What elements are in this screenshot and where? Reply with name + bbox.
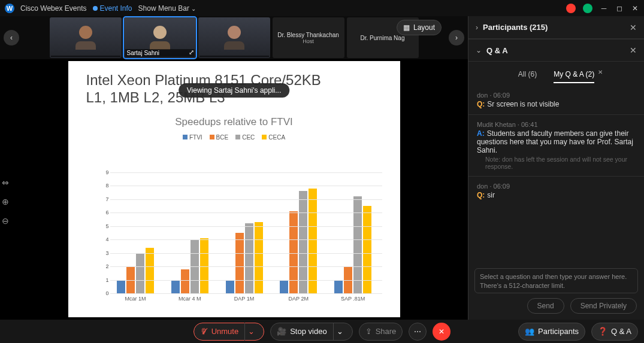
thumbnails-prev-button[interactable]: ‹ [4, 30, 19, 45]
qa-body: All (6) My Q & A (2)✕ don · 06:09Q:Sr sc… [468, 62, 644, 265]
webex-logo-icon: W [5, 4, 14, 13]
meeting-stage: ‹ Sartaj Sahni ⤢ Dr. Blessy Thankachan [0, 16, 468, 320]
bar [226, 280, 234, 293]
zoom-out-icon[interactable]: ⊖ [2, 216, 9, 226]
layout-label: Layout [413, 23, 435, 32]
thumb-1-name [51, 56, 120, 57]
qa-tab-all[interactable]: All (6) [518, 70, 537, 83]
participants-label: Participants [538, 327, 579, 336]
chart-area: 0123456789 Mcar 1MMcar 4 MDAP 1MDAP 2MSA… [110, 172, 382, 293]
app-name: Cisco Webex Events [20, 4, 87, 13]
thumb-5-name: Dr. Purnima Nag [361, 35, 405, 41]
bar [235, 233, 244, 293]
stop-video-button[interactable]: 🎥 Stop video ⌄ [270, 323, 352, 341]
video-thumb-4[interactable]: Dr. Blessy Thankachan Host [273, 17, 344, 58]
share-icon: ⇪ [365, 327, 372, 336]
chart-title: Speedups relative to FTVI [68, 116, 400, 128]
people-icon: 👥 [525, 327, 534, 336]
bar [353, 196, 362, 293]
chevron-right-icon: › [476, 23, 478, 32]
open-qa-button[interactable]: ❓ Q & A [591, 323, 638, 341]
thumb-3-name [199, 56, 269, 57]
record-indicator-icon [566, 4, 576, 13]
unmute-button[interactable]: 🎙︎̸ Unmute ⌄ [193, 323, 265, 341]
participants-panel-header[interactable]: › Participants (215) ✕ [468, 16, 644, 39]
bar [200, 238, 208, 293]
question-icon: ❓ [598, 327, 607, 336]
share-label: Share [376, 327, 397, 336]
sharing-indicator: Viewing Sartaj Sahni's appli... [179, 83, 290, 98]
more-options-button[interactable]: ⋯ [409, 323, 427, 341]
side-panel: › Participants (215) ✕ ⌄ Q & A ✕ All (6)… [468, 16, 644, 320]
bar [289, 211, 298, 293]
qa-answer-input[interactable]: Select a question and then type your ans… [474, 268, 638, 293]
title-bar: W Cisco Webex Events Event Info Show Men… [0, 0, 644, 16]
minimize-button[interactable]: ─ [600, 4, 608, 13]
close-qa-button[interactable]: ✕ [630, 45, 637, 55]
bar [136, 253, 144, 293]
qa-label: Q & A [611, 327, 631, 336]
shared-slide: Intel Xeon Platinum 8151 Core/52KB L1, 1… [68, 61, 400, 317]
expand-icon[interactable]: ⤢ [189, 48, 194, 56]
close-icon: ✕ [439, 327, 445, 336]
bar [280, 280, 288, 293]
bar [299, 191, 307, 293]
video-thumb-3[interactable] [198, 17, 270, 58]
thumb-2-name: Sartaj Sahni [125, 49, 195, 57]
qa-tab-mine[interactable]: My Q & A (2)✕ [554, 70, 594, 83]
chart-legend: FTVIBCECECCECA [68, 134, 400, 141]
leave-meeting-button[interactable]: ✕ [433, 323, 451, 341]
meeting-controls: 🎙︎̸ Unmute ⌄ 🎥 Stop video ⌄ ⇪ Share ⋯ ✕ … [0, 320, 644, 343]
zoom-in-icon[interactable]: ⊕ [2, 197, 9, 207]
thumb-4-name: Dr. Blessy Thankachan [277, 32, 339, 38]
send-privately-button[interactable]: Send Privately [570, 298, 637, 314]
status-indicator-icon [583, 4, 592, 13]
chevron-down-icon: ⌄ [476, 46, 482, 54]
participants-panel-title: Participants (215) [483, 23, 630, 32]
mic-muted-icon: 🎙︎̸ [200, 327, 208, 336]
share-button[interactable]: ⇪ Share [359, 323, 403, 341]
audio-options-button[interactable]: ⌄ [244, 323, 258, 341]
unmute-label: Unmute [211, 327, 239, 336]
bar [255, 222, 263, 293]
qa-panel-title: Q & A [486, 46, 630, 55]
thumb-4-role: Host [303, 38, 314, 44]
bar [146, 248, 154, 293]
bar [245, 223, 253, 293]
open-participants-button[interactable]: 👥 Participants [518, 323, 585, 341]
video-thumb-1[interactable] [50, 17, 122, 58]
send-button[interactable]: Send [527, 298, 564, 314]
close-participants-button[interactable]: ✕ [630, 23, 637, 32]
layout-grid-icon: ▦ [403, 23, 410, 32]
maximize-button[interactable]: ◻ [615, 4, 624, 13]
bar [334, 280, 343, 293]
layout-button[interactable]: ▦ Layout [397, 20, 442, 35]
qa-panel-header[interactable]: ⌄ Q & A ✕ [468, 39, 644, 62]
show-menu-bar-toggle[interactable]: Show Menu Bar ⌄ [138, 4, 196, 13]
tab-close-icon[interactable]: ✕ [598, 69, 603, 75]
thumbnails-next-button[interactable]: › [449, 30, 464, 45]
close-window-button[interactable]: ✕ [631, 4, 639, 13]
bar [117, 280, 125, 293]
bar [309, 189, 317, 293]
video-options-button[interactable]: ⌄ [333, 323, 346, 341]
stop-video-label: Stop video [290, 327, 326, 336]
fit-width-icon[interactable]: ⇔ [2, 178, 9, 187]
camera-icon: 🎥 [277, 327, 286, 336]
video-thumb-2-active[interactable]: Sartaj Sahni ⤢ [124, 17, 196, 58]
bar [171, 280, 180, 293]
event-info-link[interactable]: Event Info [93, 4, 132, 13]
video-thumbnails-row: ‹ Sartaj Sahni ⤢ Dr. Blessy Thankachan [0, 16, 468, 59]
bar [181, 269, 189, 293]
